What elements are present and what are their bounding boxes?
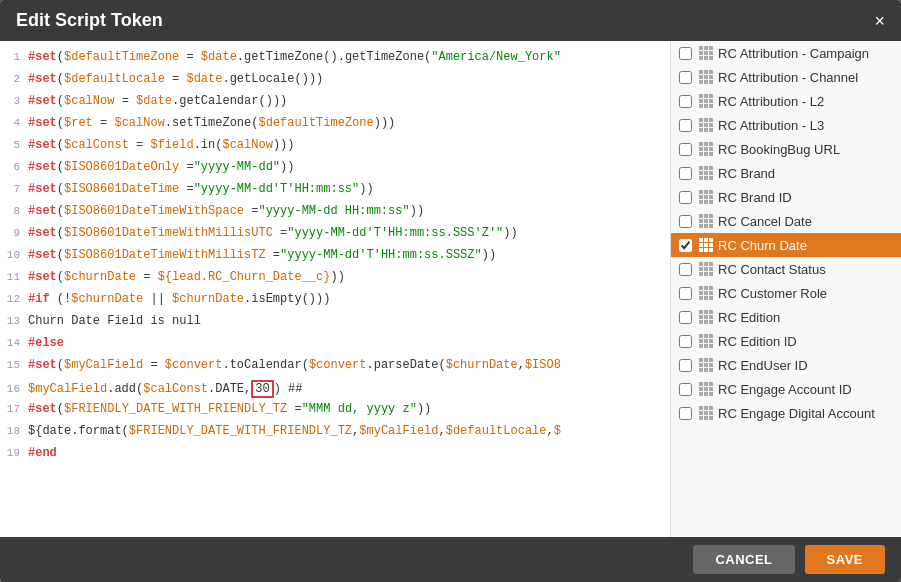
code-line-13: 13 Churn Date Field is null (0, 313, 670, 335)
sidebar-label-rc-edition: RC Edition (718, 310, 780, 325)
sidebar-item-rc-churn-date[interactable]: RC Churn Date (671, 233, 901, 257)
checkbox-rc-attribution-l3[interactable] (679, 119, 692, 132)
sidebar-item-rc-attribution-campaign[interactable]: RC Attribution - Campaign (671, 41, 901, 65)
code-line-17: 17 #set($FRIENDLY_DATE_WITH_FRIENDLY_TZ … (0, 401, 670, 423)
grid-icon-rc-engage-account-id (698, 381, 714, 397)
grid-icon-rc-brand-id (698, 189, 714, 205)
grid-icon-rc-brand (698, 165, 714, 181)
sidebar-item-rc-attribution-l2[interactable]: RC Attribution - L2 (671, 89, 901, 113)
code-line-16: 16 $myCalField.add($calConst.DATE,30) ## (0, 379, 670, 401)
checkbox-rc-edition[interactable] (679, 311, 692, 324)
code-line-8: 8 #set($ISO8601DateTimeWithSpace ="yyyy-… (0, 203, 670, 225)
code-line-5: 5 #set($calConst = $field.in($calNow))) (0, 137, 670, 159)
code-line-6: 6 #set($ISO8601DateOnly ="yyyy-MM-dd")) (0, 159, 670, 181)
code-line-14: 14 #else (0, 335, 670, 357)
sidebar-item-rc-contact-status[interactable]: RC Contact Status (671, 257, 901, 281)
grid-icon-rc-cancel-date (698, 213, 714, 229)
sidebar-panel: RC Attribution - Campaign RC Attribution… (671, 41, 901, 537)
grid-icon-rc-contact-status (698, 261, 714, 277)
sidebar-label-rc-enduser-id: RC EndUser ID (718, 358, 808, 373)
grid-icon-rc-engage-digital-account (698, 405, 714, 421)
save-button[interactable]: SAVE (805, 545, 885, 574)
sidebar-label-rc-attribution-channel: RC Attribution - Channel (718, 70, 858, 85)
checkbox-rc-customer-role[interactable] (679, 287, 692, 300)
checkbox-rc-attribution-l2[interactable] (679, 95, 692, 108)
sidebar-item-rc-attribution-channel[interactable]: RC Attribution - Channel (671, 65, 901, 89)
sidebar-label-rc-attribution-l2: RC Attribution - L2 (718, 94, 824, 109)
code-panel: 1 #set($defaultTimeZone = $date.getTimeZ… (0, 41, 671, 537)
code-line-3: 3 #set($calNow = $date.getCalendar())) (0, 93, 670, 115)
sidebar-label-rc-customer-role: RC Customer Role (718, 286, 827, 301)
sidebar-item-rc-attribution-l3[interactable]: RC Attribution - L3 (671, 113, 901, 137)
sidebar-item-rc-customer-role[interactable]: RC Customer Role (671, 281, 901, 305)
checkbox-rc-cancel-date[interactable] (679, 215, 692, 228)
code-line-2: 2 #set($defaultLocale = $date.getLocale(… (0, 71, 670, 93)
sidebar-label-rc-bookingbug-url: RC BookingBug URL (718, 142, 840, 157)
sidebar-item-rc-edition-id[interactable]: RC Edition ID (671, 329, 901, 353)
sidebar-label-rc-churn-date: RC Churn Date (718, 238, 807, 253)
grid-icon-rc-customer-role (698, 285, 714, 301)
sidebar-item-rc-edition[interactable]: RC Edition (671, 305, 901, 329)
sidebar-label-rc-attribution-campaign: RC Attribution - Campaign (718, 46, 869, 61)
checkbox-rc-contact-status[interactable] (679, 263, 692, 276)
sidebar-item-rc-enduser-id[interactable]: RC EndUser ID (671, 353, 901, 377)
checkbox-rc-engage-account-id[interactable] (679, 383, 692, 396)
close-button[interactable]: × (874, 12, 885, 30)
grid-icon-rc-churn-date (698, 237, 714, 253)
modal-header: Edit Script Token × (0, 0, 901, 41)
modal-title: Edit Script Token (16, 10, 163, 31)
sidebar-label-rc-brand-id: RC Brand ID (718, 190, 792, 205)
checkbox-rc-attribution-channel[interactable] (679, 71, 692, 84)
code-line-10: 10 #set($ISO8601DateTimeWithMillisTZ ="y… (0, 247, 670, 269)
code-line-4: 4 #set($ret = $calNow.setTimeZone($defau… (0, 115, 670, 137)
code-line-15: 15 #set($myCalField = $convert.toCalenda… (0, 357, 670, 379)
edit-script-token-modal: Edit Script Token × 1 #set($defaultTimeZ… (0, 0, 901, 582)
sidebar-label-rc-edition-id: RC Edition ID (718, 334, 797, 349)
modal-body: 1 #set($defaultTimeZone = $date.getTimeZ… (0, 41, 901, 537)
code-line-18: 18 ${date.format($FRIENDLY_DATE_WITH_FRI… (0, 423, 670, 445)
grid-icon-rc-edition (698, 309, 714, 325)
sidebar-label-rc-attribution-l3: RC Attribution - L3 (718, 118, 824, 133)
sidebar-label-rc-cancel-date: RC Cancel Date (718, 214, 812, 229)
checkbox-rc-brand[interactable] (679, 167, 692, 180)
checkbox-rc-attribution-campaign[interactable] (679, 47, 692, 60)
sidebar-item-rc-bookingbug-url[interactable]: RC BookingBug URL (671, 137, 901, 161)
grid-icon-rc-bookingbug-url (698, 141, 714, 157)
checkbox-rc-enduser-id[interactable] (679, 359, 692, 372)
sidebar-label-rc-contact-status: RC Contact Status (718, 262, 826, 277)
modal-footer: CANCEL SAVE (0, 537, 901, 582)
grid-icon-rc-attribution-campaign (698, 45, 714, 61)
grid-icon-rc-edition-id (698, 333, 714, 349)
code-line-7: 7 #set($ISO8601DateTime ="yyyy-MM-dd'T'H… (0, 181, 670, 203)
grid-icon-rc-attribution-channel (698, 69, 714, 85)
grid-icon-rc-attribution-l3 (698, 117, 714, 133)
code-line-11: 11 #set($churnDate = ${lead.RC_Churn_Dat… (0, 269, 670, 291)
code-line-1: 1 #set($defaultTimeZone = $date.getTimeZ… (0, 49, 670, 71)
code-line-12: 12 #if (!$churnDate || $churnDate.isEmpt… (0, 291, 670, 313)
grid-icon-rc-attribution-l2 (698, 93, 714, 109)
cancel-button[interactable]: CANCEL (693, 545, 794, 574)
checkbox-rc-brand-id[interactable] (679, 191, 692, 204)
sidebar-label-rc-engage-account-id: RC Engage Account ID (718, 382, 852, 397)
sidebar-item-rc-cancel-date[interactable]: RC Cancel Date (671, 209, 901, 233)
checkbox-rc-edition-id[interactable] (679, 335, 692, 348)
checkbox-rc-churn-date[interactable] (679, 239, 692, 252)
sidebar-label-rc-brand: RC Brand (718, 166, 775, 181)
checkbox-rc-bookingbug-url[interactable] (679, 143, 692, 156)
sidebar-item-rc-engage-digital-account[interactable]: RC Engage Digital Account (671, 401, 901, 425)
grid-icon-rc-enduser-id (698, 357, 714, 373)
code-line-19: 19 #end (0, 445, 670, 467)
checkbox-rc-engage-digital-account[interactable] (679, 407, 692, 420)
code-line-9: 9 #set($ISO8601DateTimeWithMillisUTC ="y… (0, 225, 670, 247)
sidebar-item-rc-engage-account-id[interactable]: RC Engage Account ID (671, 377, 901, 401)
sidebar-item-rc-brand[interactable]: RC Brand (671, 161, 901, 185)
sidebar-label-rc-engage-digital-account: RC Engage Digital Account (718, 406, 875, 421)
sidebar-item-rc-brand-id[interactable]: RC Brand ID (671, 185, 901, 209)
